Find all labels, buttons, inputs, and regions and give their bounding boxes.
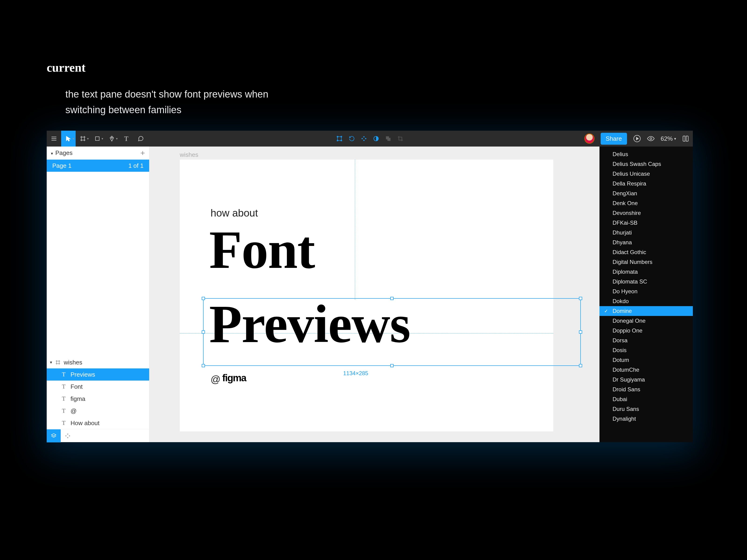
left-panel: ▾Pages + Page 1 1 of 1 ▾ wishes TPreview… [47,146,149,442]
font-option[interactable]: Della Respira [599,179,693,189]
layer-row[interactable]: TPreviews [47,368,149,380]
selection-handle[interactable] [579,364,582,367]
font-option-label: DengXian [613,190,637,197]
font-option-label: Duru Sans [613,406,639,412]
canvas-frame-label[interactable]: wishes [180,151,198,158]
page-row[interactable]: Page 1 1 of 1 [47,160,149,172]
canvas-text-figma[interactable]: figma [222,372,246,383]
font-option[interactable]: Delius Unicase [599,169,693,179]
selection-handle[interactable] [579,297,582,300]
selection-box[interactable] [203,298,581,366]
svg-rect-16 [387,138,390,141]
font-option-label: DFKai-SB [613,219,638,226]
selection-handle[interactable] [202,364,205,367]
text-icon: T [61,407,67,415]
selection-handle[interactable] [202,297,205,300]
chevron-down-icon: ▾ [674,136,676,141]
share-button[interactable]: Share [601,133,627,145]
left-panel-footer [47,429,149,442]
font-option-label: Didact Gothic [613,249,646,256]
layer-row[interactable]: THow about [47,417,149,429]
font-option[interactable]: Do Hyeon [599,287,693,296]
font-option[interactable]: Devonshire [599,208,693,218]
crop-icon[interactable] [397,136,403,142]
font-option[interactable]: Dotum [599,355,693,365]
check-icon: ✓ [604,308,608,314]
font-option[interactable]: Denk One [599,198,693,208]
move-tool[interactable]: ▾ [61,131,76,146]
font-option[interactable]: Donegal One [599,316,693,326]
font-option[interactable]: Digital Numbers [599,257,693,267]
font-option[interactable]: Dubai [599,394,693,404]
selection-handle[interactable] [390,364,393,367]
shape-tool[interactable]: ▾ [90,131,105,146]
zoom-level[interactable]: 62%▾ [661,135,676,142]
font-option[interactable]: ✓Domine [599,306,693,316]
layer-row[interactable]: TFont [47,380,149,393]
font-option-label: Dosis [613,347,626,353]
menu-button[interactable] [47,131,61,146]
pen-tool[interactable]: ▾ [105,131,119,146]
layer-label: figma [71,395,85,402]
font-option-label: Delius Swash Caps [613,161,661,167]
font-option[interactable]: Diplomata [599,267,693,277]
canvas-text-howabout[interactable]: how about [211,207,258,219]
pages-header[interactable]: ▾Pages + [47,146,149,160]
layers-tab[interactable] [47,429,61,443]
font-option[interactable]: Dosis [599,345,693,355]
assets-tab[interactable] [61,429,75,443]
font-option[interactable]: Dhurjati [599,228,693,238]
avatar[interactable] [584,133,595,144]
font-option[interactable]: Doppio One [599,326,693,336]
svg-point-8 [111,137,112,138]
layer-label: How about [71,420,99,427]
font-option[interactable]: Didact Gothic [599,247,693,257]
font-option[interactable]: DotumChe [599,365,693,375]
view-icon[interactable] [647,135,654,142]
font-option-label: Delius Unicase [613,170,650,177]
canvas[interactable]: wishes how about Font Previews @ figma 1… [149,146,693,442]
present-icon[interactable] [633,135,641,142]
component-icon[interactable] [361,136,367,142]
selection-handle[interactable] [202,330,205,334]
font-option[interactable]: Delius Swash Caps [599,159,693,169]
add-page-button[interactable]: + [140,149,145,158]
reset-icon[interactable] [349,136,355,142]
font-option[interactable]: DFKai-SB [599,218,693,228]
font-option-label: Diplomata [613,269,638,275]
font-option[interactable]: Dynalight [599,414,693,424]
selection-handle[interactable] [579,330,582,334]
library-icon[interactable] [682,135,689,142]
layer-row[interactable]: T@ [47,405,149,417]
font-option[interactable]: Droid Sans [599,384,693,394]
edit-object-icon[interactable] [336,135,343,142]
text-tool[interactable]: T [119,131,133,146]
canvas-text-font[interactable]: Font [209,219,315,281]
font-option-label: Digital Numbers [613,259,652,265]
font-option[interactable]: Dokdo [599,296,693,306]
layer-frame-row[interactable]: ▾ wishes [47,356,149,368]
font-option-label: DotumChe [613,367,639,373]
comment-tool[interactable] [133,131,148,146]
frame-tool[interactable]: ▾ [76,131,90,146]
font-option[interactable]: Delius [599,149,693,159]
text-icon: T [61,371,67,378]
chevron-down-icon: ▾ [50,360,52,365]
layer-row[interactable]: Tfigma [47,393,149,405]
font-option[interactable]: Dorsa [599,336,693,345]
font-option[interactable]: DengXian [599,189,693,198]
font-option-label: Diplomata SC [613,278,647,285]
selection-handle[interactable] [390,297,393,300]
selection-dimensions: 1134×285 [343,370,368,377]
font-option[interactable]: Dhyana [599,238,693,247]
font-family-dropdown[interactable]: DeliusDelius Swash CapsDelius UnicaseDel… [599,146,693,442]
font-option[interactable]: Dr Sugiyama [599,375,693,384]
boolean-icon[interactable] [385,136,391,142]
font-option[interactable]: Diplomata SC [599,277,693,287]
hamburger-icon [50,135,58,142]
mask-icon[interactable] [373,136,379,142]
pen-icon [108,135,115,142]
font-option[interactable]: Duru Sans [599,404,693,414]
slide-description: the text pane doesn't show font previews… [66,86,299,117]
canvas-text-at[interactable]: @ [211,374,221,385]
